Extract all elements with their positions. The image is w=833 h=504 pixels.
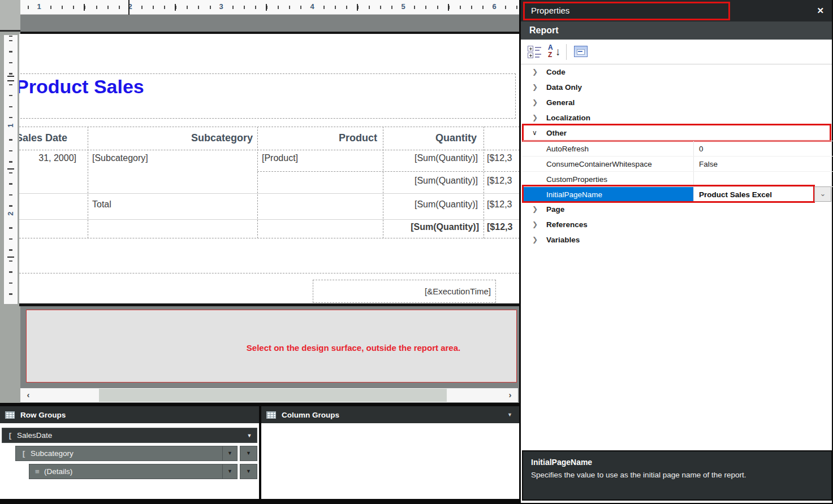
scroll-right-arrow[interactable]: › (504, 388, 516, 402)
column-groups-header[interactable]: Column Groups ▼ (261, 406, 519, 423)
group-dropdown-icon[interactable]: ▼ (242, 433, 257, 438)
column-groups-panel (261, 423, 519, 499)
header-cell-product[interactable]: Product (257, 127, 383, 150)
category-row-references[interactable]: ❯ References (523, 217, 833, 232)
cell-subcategory[interactable]: [Subcategory] (88, 150, 257, 163)
properties-panel: Properties ✕ Report A Z ↓ ❯ (519, 0, 833, 504)
scroll-left-arrow[interactable]: ‹ (23, 388, 34, 402)
category-row-localization[interactable]: ❯ Localization (523, 110, 833, 125)
annotation-box-other (522, 124, 831, 142)
callout-text: Select on the design surface, outside th… (202, 343, 505, 353)
cell-sales-date-group[interactable]: 31, 2000] (19, 150, 88, 163)
row-group-subcategory[interactable]: [ Subcategory ▼ (15, 446, 238, 461)
ruler-half-ticks (7, 35, 14, 304)
property-value[interactable]: 0 (694, 141, 830, 157)
row-group-label: SalesDate (17, 431, 242, 440)
chevron-right-icon[interactable]: ❯ (532, 232, 541, 247)
chevron-right-icon[interactable]: ❯ (532, 110, 541, 125)
ruler-number: 2 (126, 2, 134, 12)
property-pages-icon[interactable] (574, 46, 588, 57)
design-surface[interactable]: 1 2 3 4 5 6 1 2 Product Sales (0, 0, 520, 403)
ruler-corner (0, 0, 20, 32)
tablix-column-line (484, 127, 484, 238)
group-dropdown-icon[interactable]: ▼ (222, 446, 237, 460)
cell-quantity-grand-total[interactable]: [Sum(Quantity)] (383, 219, 484, 232)
alphabetical-sort-icon[interactable]: A Z ↓ (548, 44, 563, 60)
ruler-number: 4 (308, 2, 316, 12)
cell-amount[interactable]: [$12,3 (487, 193, 519, 210)
toolbar-separator (566, 44, 567, 60)
column-groups-title: Column Groups (282, 411, 339, 419)
property-value[interactable]: False (694, 157, 830, 172)
group-extra-dropdown[interactable]: ▼ (240, 446, 257, 461)
report-builder-window: 1 2 3 4 5 6 1 2 Product Sales (0, 0, 833, 504)
scrollbar-thumb[interactable] (99, 389, 447, 402)
description-text: Specifies the value to use as the initia… (531, 471, 823, 479)
ruler-number: 6 (490, 2, 498, 12)
report-page[interactable]: Product Sales Sales Date Subcategory Pro… (19, 34, 519, 303)
horizontal-ruler: 1 2 3 4 5 6 (20, 0, 520, 15)
category-row-data-only[interactable]: ❯ Data Only (523, 80, 833, 95)
row-group-label: (Details) (44, 467, 222, 476)
category-row-general[interactable]: ❯ General (523, 95, 833, 110)
page-bottom-edge (19, 303, 519, 306)
chevron-right-icon[interactable]: ❯ (532, 95, 541, 110)
property-row-autorefresh[interactable]: AutoRefresh 0 (523, 141, 833, 156)
group-dropdown-icon[interactable]: ▼ (222, 464, 237, 479)
cell-amount-grand-total[interactable]: [$12,3 (487, 219, 519, 232)
ruler-number: 1 (35, 2, 43, 12)
chevron-right-icon[interactable]: ❯ (532, 217, 541, 232)
group-bracket-icon: [ (19, 449, 28, 458)
selected-object-name: Report (529, 21, 559, 40)
row-group-details[interactable]: ≡ (Details) ▼ (29, 464, 238, 479)
ruler-number: 5 (399, 2, 407, 12)
cell-total-label[interactable]: Total (88, 193, 257, 210)
group-bracket-icon: [ (6, 431, 15, 440)
row-groups-grid-icon (5, 411, 15, 419)
annotation-box-properties (523, 2, 730, 20)
chevron-right-icon[interactable]: ❯ (532, 202, 541, 217)
column-groups-dropdown-icon[interactable]: ▼ (507, 412, 512, 418)
footer-separator (19, 273, 519, 273)
header-cell-sales-date[interactable]: Sales Date (19, 127, 89, 150)
chevron-right-icon[interactable]: ❯ (532, 80, 541, 95)
design-surface-callout[interactable]: Select on the design surface, outside th… (26, 310, 517, 383)
close-icon[interactable]: ✕ (817, 0, 824, 21)
categorized-view-icon[interactable] (528, 45, 542, 59)
property-row-customproperties[interactable]: CustomProperties (523, 171, 833, 186)
cell-quantity-sum[interactable]: [Sum(Quantity)] (383, 150, 484, 163)
header-cell-quantity[interactable]: Quantity (383, 127, 484, 150)
properties-toolbar: A Z ↓ (521, 40, 832, 64)
category-row-variables[interactable]: ❯ Variables (523, 232, 833, 247)
row-groups-title: Row Groups (20, 411, 66, 419)
column-groups-grid-icon (266, 411, 276, 419)
execution-time-textbox[interactable]: [&ExecutionTime] (313, 280, 496, 303)
header-cell-subcategory[interactable]: Subcategory (88, 127, 257, 150)
category-row-code[interactable]: ❯ Code (523, 64, 833, 80)
row-group-label: Subcategory (31, 449, 222, 458)
cell-quantity-sum[interactable]: [Sum(Quantity)] (383, 193, 484, 210)
cell-product[interactable]: [Product] (257, 150, 383, 163)
ruler-number: 1 (6, 121, 15, 130)
cell-amount[interactable]: [$12,3 (487, 171, 519, 186)
row-groups-panel: [ SalesDate ▼ [ Subcategory ▼ ▼ ≡ (Detai… (0, 423, 259, 499)
report-title-text[interactable]: Product Sales (19, 76, 144, 98)
group-extra-dropdown[interactable]: ▼ (240, 464, 257, 479)
annotation-box-initialpagename (522, 185, 815, 203)
description-property-name: InitialPageName (531, 458, 823, 467)
property-row-consumecontainerwhitespace[interactable]: ConsumeContainerWhitespace False (523, 156, 833, 171)
horizontal-scrollbar[interactable]: ‹ › (20, 388, 518, 402)
grouping-pane: Row Groups Column Groups ▼ [ SalesDate ▼… (0, 403, 520, 504)
value-dropdown-button[interactable]: ⌄ (814, 186, 831, 202)
row-groups-header[interactable]: Row Groups (0, 406, 259, 423)
cell-quantity-sum[interactable]: [Sum(Quantity)] (383, 171, 484, 186)
ruler-half-ticks (20, 4, 520, 11)
row-group-salesdate[interactable]: [ SalesDate ▼ (2, 428, 257, 443)
selected-object-band: Report (521, 21, 832, 40)
cell-amount[interactable]: [$12,3 (487, 150, 519, 163)
chevron-right-icon[interactable]: ❯ (532, 64, 541, 80)
details-icon: ≡ (33, 467, 42, 476)
ruler-number: 2 (6, 209, 15, 218)
property-description-box: InitialPageName Specifies the value to u… (522, 450, 832, 501)
category-row-page[interactable]: ❯ Page (523, 202, 833, 217)
